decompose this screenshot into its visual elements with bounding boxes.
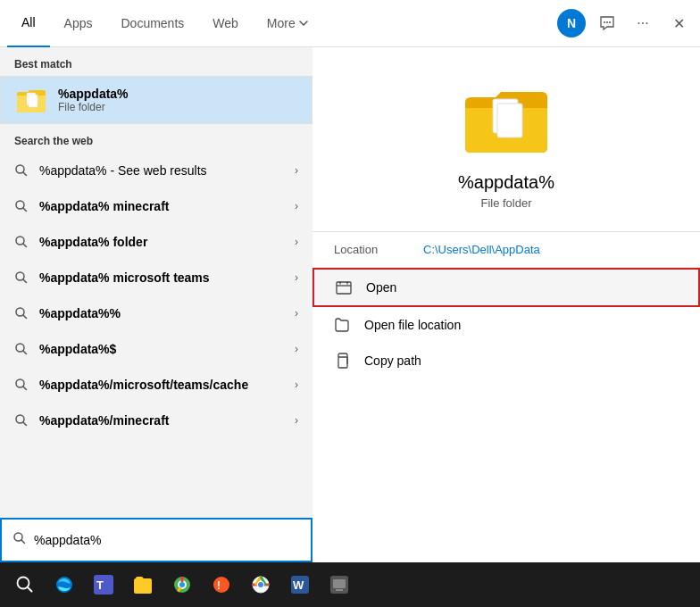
action-copy-path[interactable]: Copy path	[312, 343, 700, 378]
svg-text:T: T	[96, 578, 104, 592]
tab-more[interactable]: More	[253, 0, 322, 47]
arrow-icon-6: ›	[295, 378, 298, 391]
best-match-subtitle: File folder	[58, 101, 297, 113]
open-icon	[336, 279, 354, 296]
location-label: Location	[334, 243, 423, 256]
taskbar-chrome[interactable]	[164, 567, 200, 603]
web-result-4[interactable]: %appdata%% ›	[0, 295, 312, 331]
action-open-label: Open	[366, 280, 396, 295]
svg-rect-15	[337, 282, 351, 294]
best-match-title: %appdata%	[58, 87, 297, 101]
taskbar-chrome2[interactable]	[243, 567, 279, 603]
search-input[interactable]	[34, 533, 300, 547]
svg-point-29	[258, 582, 263, 587]
taskbar-edge[interactable]	[46, 567, 82, 603]
svg-text:W: W	[293, 578, 304, 592]
action-open-file-location[interactable]: Open file location	[312, 307, 700, 343]
taskbar: T ! W	[0, 562, 700, 607]
right-panel-subtitle: File folder	[480, 196, 531, 210]
web-result-text-4: %appdata%%	[39, 306, 295, 320]
location-link[interactable]: C:\Users\Dell\AppData	[423, 243, 540, 256]
arrow-icon-3: ›	[295, 271, 298, 284]
search-icon-4	[14, 306, 29, 320]
avatar[interactable]: N	[557, 9, 586, 37]
web-result-text-5: %appdata%$	[39, 342, 295, 356]
search-bar-icon	[12, 531, 27, 549]
more-options-icon[interactable]: ···	[629, 9, 657, 37]
search-icon-7	[14, 413, 29, 428]
search-icon-6	[14, 378, 29, 392]
top-nav: All Apps Documents Web More N ··· ✕	[0, 0, 700, 47]
chevron-down-icon	[299, 19, 308, 28]
svg-rect-33	[333, 579, 346, 588]
web-result-text-2: %appdata% folder	[39, 235, 295, 249]
right-panel-title: %appdata%	[458, 172, 554, 193]
best-match-label: Best match	[0, 47, 312, 76]
action-open[interactable]: Open	[312, 268, 700, 307]
search-bar	[0, 518, 312, 562]
close-icon[interactable]: ✕	[664, 9, 693, 37]
arrow-icon-4: ›	[295, 307, 298, 320]
svg-point-0	[604, 21, 605, 23]
web-result-text-6: %appdata%/microsoft/teams/cache	[39, 378, 295, 392]
tab-apps[interactable]: Apps	[50, 0, 107, 47]
taskbar-misc[interactable]	[321, 567, 357, 603]
search-icon-3	[14, 270, 29, 285]
svg-rect-16	[338, 357, 347, 368]
folder-icon	[15, 87, 47, 113]
arrow-icon-0: ›	[295, 164, 298, 177]
web-result-3[interactable]: %appdata% microsoft teams ›	[0, 260, 312, 295]
tab-all[interactable]: All	[7, 0, 50, 47]
web-result-2[interactable]: %appdata% folder ›	[0, 224, 312, 260]
arrow-icon-2: ›	[295, 236, 298, 248]
svg-rect-34	[336, 589, 343, 591]
search-icon-0	[14, 163, 29, 178]
nav-right: N ··· ✕	[557, 9, 693, 37]
svg-text:!: !	[217, 579, 221, 592]
location-row: Location C:\Users\Dell\AppData	[312, 232, 700, 268]
web-result-text-7: %appdata%/minecraft	[39, 413, 295, 428]
svg-point-25	[213, 577, 229, 593]
web-result-text-0: %appdata% - See web results	[39, 163, 295, 178]
web-result-5[interactable]: %appdata%$ ›	[0, 331, 312, 367]
best-match-item[interactable]: %appdata% File folder	[0, 76, 312, 124]
main-layout: Best match %appdata% File folder Search …	[0, 47, 700, 562]
web-result-7[interactable]: %appdata%/minecraft ›	[0, 403, 312, 438]
web-result-6[interactable]: %appdata%/microsoft/teams/cache ›	[0, 367, 312, 403]
web-result-1[interactable]: %appdata% minecraft ›	[0, 188, 312, 224]
web-result-0[interactable]: %appdata% - See web results ›	[0, 153, 312, 188]
taskbar-word[interactable]: W	[282, 567, 318, 603]
feedback-icon[interactable]	[593, 9, 621, 37]
svg-point-24	[179, 582, 185, 587]
svg-point-1	[606, 21, 608, 23]
arrow-icon-5: ›	[295, 343, 298, 355]
taskbar-files[interactable]	[125, 567, 161, 603]
taskbar-search[interactable]	[7, 567, 43, 603]
open-file-location-icon	[334, 316, 352, 334]
taskbar-antivirus[interactable]: !	[204, 567, 239, 603]
web-result-text-3: %appdata% microsoft teams	[39, 270, 295, 285]
action-copy-path-label: Copy path	[364, 353, 421, 368]
web-result-text-1: %appdata% minecraft	[39, 199, 295, 213]
best-match-text: %appdata% File folder	[58, 87, 297, 113]
right-panel: %appdata% File folder Location C:\Users\…	[312, 47, 700, 562]
svg-rect-4	[29, 95, 38, 107]
svg-point-2	[609, 21, 611, 23]
svg-rect-14	[497, 104, 522, 137]
search-icon-2	[14, 235, 29, 249]
arrow-icon-1: ›	[295, 200, 298, 212]
action-open-file-location-label: Open file location	[364, 318, 461, 332]
big-folder-icon	[462, 83, 551, 158]
folder-icon-wrapper	[15, 84, 47, 116]
copy-path-icon	[334, 352, 352, 370]
tab-web[interactable]: Web	[198, 0, 253, 47]
taskbar-teams[interactable]: T	[86, 567, 121, 603]
arrow-icon-7: ›	[295, 414, 298, 427]
tab-documents[interactable]: Documents	[106, 0, 198, 47]
left-panel: Best match %appdata% File folder Search …	[0, 47, 312, 562]
search-icon-5	[14, 342, 29, 356]
web-section-label: Search the web	[0, 124, 312, 153]
search-icon-1	[14, 199, 29, 213]
action-list: Open Open file location	[312, 268, 700, 378]
